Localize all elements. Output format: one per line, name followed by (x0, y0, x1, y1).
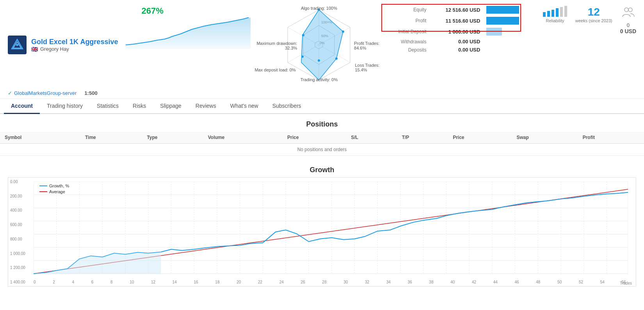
profit-value: 11 516.60 USD (429, 18, 480, 24)
x-label-42: 42 (472, 280, 476, 284)
x-label-18: 18 (215, 280, 219, 284)
profit-row: Profit 11 516.60 USD (383, 17, 519, 25)
reliability-label: Reliability (546, 18, 564, 23)
rel-bar-1 (543, 12, 546, 17)
x-label-38: 38 (429, 280, 433, 284)
y-label-0: 1 400.00 (10, 280, 30, 284)
x-label-4: 4 (72, 280, 74, 284)
subscribers-icon (620, 6, 636, 22)
rel-bar-2 (547, 11, 550, 17)
signal-title: Gold Excel 1K Aggressive (31, 38, 118, 46)
rel-bar-6 (564, 6, 567, 17)
col-time: Time (80, 132, 142, 144)
positions-section: Positions Symbol Time Type Volume Price … (0, 114, 644, 156)
subscribers-svg (621, 6, 635, 20)
rel-bar-5 (560, 7, 563, 17)
x-label-26: 26 (301, 280, 305, 284)
subscribers-count: 0 (620, 22, 636, 28)
x-label-40: 40 (450, 280, 455, 284)
x-label-20: 20 (237, 280, 241, 284)
deposits-value: 0.00 USD (429, 47, 480, 53)
tab-statistics[interactable]: Statistics (90, 99, 126, 114)
y-label-7: 0.00 (10, 180, 30, 184)
x-label-52: 52 (579, 280, 583, 284)
mini-chart-area: 267% (126, 6, 254, 84)
positions-title: Positions (0, 114, 644, 132)
rel-bar-4 (556, 8, 559, 17)
svg-point-17 (301, 55, 304, 58)
tab-slippage[interactable]: Slippage (153, 99, 189, 114)
server-name: ✓ GlobalMarketsGroup-server (8, 90, 76, 96)
deposits-row: Deposits 0.00 USD (383, 47, 519, 53)
x-label-54: 54 (600, 280, 605, 284)
no-positions-message: No positions and orders (0, 144, 644, 156)
positions-header-row: Symbol Time Type Volume Price S/L T/P Pr… (0, 132, 644, 144)
y-label-4: 600.00 (10, 223, 30, 227)
weeks-block: 12 weeks (since 2023) (575, 6, 612, 23)
growth-chart-container: 1 400.00 1 200.00 1 000.00 800.00 600.00… (8, 177, 636, 287)
growth-chart-svg (34, 182, 628, 274)
check-icon: ✓ (8, 90, 12, 96)
subscribers-block: 0 0 USD (620, 6, 636, 34)
col-tp: T/P (397, 132, 448, 144)
legend-average: Average (39, 189, 69, 194)
x-label-12: 12 (151, 280, 155, 284)
title-area: Gold Excel 1K Aggressive 🇬🇧 Gregory Hay (31, 38, 118, 52)
top-section: Gold Excel 1K Aggressive 🇬🇧 Gregory Hay … (0, 0, 644, 88)
svg-point-19 (624, 8, 628, 12)
svg-point-2 (16, 44, 18, 46)
y-label-6: 200.00 (10, 194, 30, 198)
growth-percentage: 267% (141, 6, 163, 16)
initial-deposit-row: Initial Deposit 1 000.00 USD (383, 28, 519, 36)
flag-icon: 🇬🇧 (31, 46, 38, 52)
x-label-56: 56 (622, 280, 626, 284)
algo-trading-label: Algo trading: 100% (301, 6, 337, 11)
col-type: Type (142, 132, 203, 144)
tab-reviews[interactable]: Reviews (189, 99, 223, 114)
x-label-30: 30 (343, 280, 348, 284)
right-info: Reliability 12 weeks (since 2023) 0 0 US… (527, 6, 636, 84)
y-label-1: 1 200.00 (10, 265, 30, 270)
signal-header: Gold Excel 1K Aggressive 🇬🇧 Gregory Hay (8, 6, 118, 84)
x-label-16: 16 (194, 280, 198, 284)
server-info-bar: ✓ GlobalMarketsGroup-server 1:500 (0, 88, 644, 99)
x-label-32: 32 (365, 280, 369, 284)
equity-bar (486, 6, 519, 14)
svg-point-14 (342, 30, 344, 33)
x-label-34: 34 (386, 280, 391, 284)
weeks-count: 12 (575, 6, 612, 18)
x-label-46: 46 (515, 280, 519, 284)
tab-subscribers[interactable]: Subscribers (265, 99, 308, 114)
trading-activity-label: Trading activity: 0% (301, 77, 338, 82)
col-swap: Swap (512, 132, 578, 144)
profit-trades-label: Profit Trades: 84.6% (354, 41, 379, 50)
x-label-50: 50 (557, 280, 562, 284)
signal-logo (8, 36, 27, 54)
x-axis-labels: 0 2 4 6 8 10 12 14 16 18 20 22 24 26 28 … (34, 280, 626, 284)
y-axis: 1 400.00 1 200.00 1 000.00 800.00 600.00… (8, 178, 32, 286)
radar-area: Algo trading: 100% Profit Trades: 84.6% … (262, 6, 375, 84)
svg-point-16 (318, 59, 320, 62)
col-price2: Price (448, 132, 512, 144)
initial-label: Initial Deposit (383, 29, 426, 34)
y-label-3: 800.00 (10, 237, 30, 241)
x-label-24: 24 (279, 280, 284, 284)
x-label-28: 28 (322, 280, 326, 284)
tab-trading-history[interactable]: Trading history (40, 99, 90, 114)
equity-label: Equity (383, 7, 426, 12)
tab-account[interactable]: Account (4, 99, 40, 114)
col-symbol: Symbol (0, 132, 80, 144)
legend-average-line (39, 191, 47, 192)
tab-risks[interactable]: Risks (126, 99, 153, 114)
chart-legend: Growth, % Average (39, 184, 69, 194)
x-label-0: 0 (34, 280, 36, 284)
tab-whats-new[interactable]: What's new (223, 99, 265, 114)
reliability-bars (543, 6, 568, 17)
mini-chart-svg (126, 14, 251, 49)
no-positions-row: No positions and orders (0, 144, 644, 156)
svg-point-18 (302, 34, 304, 36)
withdrawals-label: Withdrawals (383, 39, 426, 45)
col-profit: Profit (578, 132, 644, 144)
weeks-label: weeks (since 2023) (575, 18, 612, 23)
leverage: 1:500 (84, 90, 97, 96)
